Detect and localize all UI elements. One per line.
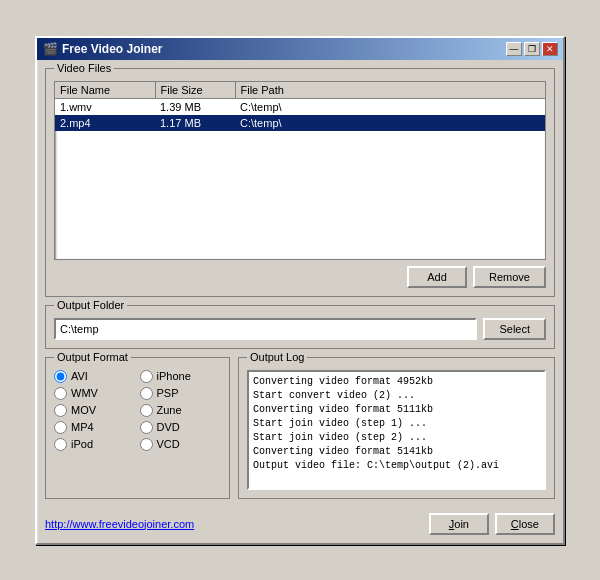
- title-bar: 🎬 Free Video Joiner — ❐ ✕: [37, 38, 563, 60]
- radio-item-ipod: iPod: [54, 438, 136, 451]
- file-table-body[interactable]: 1.wmv 1.39 MB C:\temp\ 2.mp4 1.17 MB C:\…: [55, 99, 545, 259]
- table-row[interactable]: 2.mp4 1.17 MB C:\temp\: [55, 115, 545, 131]
- output-folder-input[interactable]: [54, 318, 477, 340]
- footer-row: http://www.freevideojoiner.com Join Clos…: [45, 513, 555, 535]
- title-buttons: — ❐ ✕: [506, 42, 558, 56]
- log-line: Output video file: C:\temp\output (2).av…: [253, 459, 540, 473]
- window-title: Free Video Joiner: [62, 42, 162, 56]
- output-log-group: Output Log Converting video format 4952k…: [238, 357, 555, 499]
- footer-buttons: Join Close: [429, 513, 555, 535]
- join-label: Join: [449, 518, 469, 530]
- log-line: Converting video format 5141kb: [253, 445, 540, 459]
- add-button[interactable]: Add: [407, 266, 467, 288]
- file-table-container: File Name File Size File Path 1.wmv 1.39…: [54, 81, 546, 260]
- log-line: Converting video format 5111kb: [253, 403, 540, 417]
- radio-item-vcd: VCD: [140, 438, 222, 451]
- file-size-cell: 1.17 MB: [155, 115, 235, 131]
- radio-vcd[interactable]: [140, 438, 153, 451]
- file-data-table: 1.wmv 1.39 MB C:\temp\ 2.mp4 1.17 MB C:\…: [55, 99, 545, 131]
- file-table-header: File Name File Size File Path: [55, 82, 545, 99]
- select-button[interactable]: Select: [483, 318, 546, 340]
- radio-ipod[interactable]: [54, 438, 67, 451]
- radio-item-iphone: iPhone: [140, 370, 222, 383]
- radio-item-avi: AVI: [54, 370, 136, 383]
- output-format-label: Output Format: [54, 351, 131, 363]
- join-button[interactable]: Join: [429, 513, 489, 535]
- restore-button[interactable]: ❐: [524, 42, 540, 56]
- minimize-button[interactable]: —: [506, 42, 522, 56]
- radio-label-mov: MOV: [71, 404, 96, 416]
- col-filepath: File Path: [235, 82, 545, 99]
- radio-grid: AVIiPhoneWMVPSPMOVZuneMP4DVDiPodVCD: [54, 370, 221, 451]
- radio-avi[interactable]: [54, 370, 67, 383]
- video-files-group: Video Files File Name File Size File Pat…: [45, 68, 555, 297]
- radio-mov[interactable]: [54, 404, 67, 417]
- file-path-cell: C:\temp\: [235, 115, 545, 131]
- col-filename: File Name: [55, 82, 155, 99]
- video-files-label: Video Files: [54, 62, 114, 74]
- output-folder-label: Output Folder: [54, 299, 127, 311]
- table-row[interactable]: 1.wmv 1.39 MB C:\temp\: [55, 99, 545, 115]
- log-line: Start convert video (2) ...: [253, 389, 540, 403]
- radio-label-zune: Zune: [157, 404, 182, 416]
- radio-mp4[interactable]: [54, 421, 67, 434]
- radio-label-avi: AVI: [71, 370, 88, 382]
- log-area: Converting video format 4952kbStart conv…: [247, 370, 546, 490]
- app-icon: 🎬: [42, 41, 58, 57]
- radio-label-ipod: iPod: [71, 438, 93, 450]
- col-filesize: File Size: [155, 82, 235, 99]
- output-folder-group: Output Folder Select: [45, 305, 555, 349]
- website-link[interactable]: http://www.freevideojoiner.com: [45, 518, 194, 530]
- radio-wmv[interactable]: [54, 387, 67, 400]
- radio-psp[interactable]: [140, 387, 153, 400]
- bottom-section: Output Format AVIiPhoneWMVPSPMOVZuneMP4D…: [45, 357, 555, 507]
- radio-item-mov: MOV: [54, 404, 136, 417]
- main-window: 🎬 Free Video Joiner — ❐ ✕ Video Files Fi…: [35, 36, 565, 545]
- file-size-cell: 1.39 MB: [155, 99, 235, 115]
- remove-button[interactable]: Remove: [473, 266, 546, 288]
- radio-label-mp4: MP4: [71, 421, 94, 433]
- radio-item-mp4: MP4: [54, 421, 136, 434]
- output-log-label: Output Log: [247, 351, 307, 363]
- log-line: Start join video (step 2) ...: [253, 431, 540, 445]
- file-path-cell: C:\temp\: [235, 99, 545, 115]
- radio-label-dvd: DVD: [157, 421, 180, 433]
- file-buttons-row: Add Remove: [54, 266, 546, 288]
- radio-label-wmv: WMV: [71, 387, 98, 399]
- file-name-cell: 2.mp4: [55, 115, 155, 131]
- radio-iphone[interactable]: [140, 370, 153, 383]
- radio-label-vcd: VCD: [157, 438, 180, 450]
- window-content: Video Files File Name File Size File Pat…: [37, 60, 563, 543]
- log-line: Start join video (step 1) ...: [253, 417, 540, 431]
- file-name-cell: 1.wmv: [55, 99, 155, 115]
- log-line: Converting video format 4952kb: [253, 375, 540, 389]
- radio-label-psp: PSP: [157, 387, 179, 399]
- close-label: Close: [511, 518, 539, 530]
- radio-item-wmv: WMV: [54, 387, 136, 400]
- radio-item-zune: Zune: [140, 404, 222, 417]
- radio-item-dvd: DVD: [140, 421, 222, 434]
- radio-dvd[interactable]: [140, 421, 153, 434]
- radio-zune[interactable]: [140, 404, 153, 417]
- title-bar-left: 🎬 Free Video Joiner: [42, 41, 162, 57]
- close-button[interactable]: Close: [495, 513, 555, 535]
- output-folder-row: Select: [54, 318, 546, 340]
- radio-label-iphone: iPhone: [157, 370, 191, 382]
- radio-item-psp: PSP: [140, 387, 222, 400]
- close-window-button[interactable]: ✕: [542, 42, 558, 56]
- output-format-group: Output Format AVIiPhoneWMVPSPMOVZuneMP4D…: [45, 357, 230, 499]
